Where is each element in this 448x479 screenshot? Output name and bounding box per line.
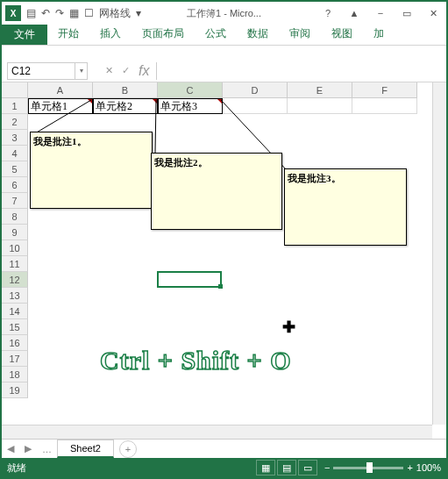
sheet-tab-active[interactable]: Sheet2 bbox=[57, 440, 114, 458]
close-button[interactable]: ✕ bbox=[420, 4, 446, 23]
chevron-down-icon[interactable]: ▾ bbox=[136, 7, 141, 19]
row-header[interactable]: 4 bbox=[2, 146, 28, 161]
row-header[interactable]: 9 bbox=[2, 225, 28, 240]
tab-addins[interactable]: 加 bbox=[363, 23, 395, 45]
formula-input[interactable] bbox=[156, 62, 446, 80]
page-layout-icon[interactable]: ▤ bbox=[277, 460, 296, 475]
new-sheet-button[interactable]: + bbox=[119, 440, 137, 458]
tab-home[interactable]: 开始 bbox=[47, 23, 89, 45]
zoom-out-button[interactable]: − bbox=[324, 462, 330, 473]
sheet-tab-bar: ◀ ▶ … Sheet2 + bbox=[2, 439, 446, 458]
column-headers: A B C D E F bbox=[28, 82, 432, 98]
row-header[interactable]: 15 bbox=[2, 319, 28, 335]
name-box-dropdown[interactable]: ▾ bbox=[75, 62, 88, 80]
row-header[interactable]: 6 bbox=[2, 177, 28, 193]
title-bar: X ▤ ↶ ↷ ▦ ☐ 网格线 ▾ 工作簿1 - Micro... ? ▲ − … bbox=[2, 2, 446, 25]
zoom-in-button[interactable]: + bbox=[407, 462, 412, 473]
tab-review[interactable]: 审阅 bbox=[279, 23, 321, 45]
shortcut-overlay: Ctrl + Shift + O bbox=[100, 346, 292, 375]
help-icon[interactable]: ? bbox=[315, 4, 341, 23]
window-title: 工作簿1 - Micro... bbox=[187, 7, 261, 20]
gridlines-label[interactable]: 网格线 bbox=[99, 6, 131, 21]
cell-a1[interactable]: 单元格1 bbox=[28, 98, 93, 114]
cell[interactable] bbox=[288, 98, 352, 114]
name-box[interactable] bbox=[7, 62, 75, 80]
comment-2[interactable]: 我是批注2。 bbox=[151, 153, 282, 230]
vertical-scrollbar[interactable] bbox=[432, 82, 446, 425]
minimize-button[interactable]: − bbox=[367, 4, 394, 23]
excel-icon: X bbox=[5, 5, 21, 21]
cursor-cross-icon: ✚ bbox=[282, 318, 295, 337]
col-header[interactable]: E bbox=[288, 82, 352, 98]
sheet-nav-next[interactable]: ▶ bbox=[19, 443, 37, 454]
cell[interactable] bbox=[352, 98, 417, 114]
formula-bar: ▾ ✕ ✓ fx bbox=[2, 60, 446, 82]
horizontal-scrollbar[interactable] bbox=[2, 425, 432, 439]
zoom-level[interactable]: 100% bbox=[416, 462, 441, 473]
row-header[interactable]: 7 bbox=[2, 193, 28, 209]
maximize-button[interactable]: ▭ bbox=[394, 4, 420, 23]
tab-view[interactable]: 视图 bbox=[321, 23, 363, 45]
tab-formulas[interactable]: 公式 bbox=[195, 23, 237, 45]
row-header[interactable]: 19 bbox=[2, 382, 28, 398]
row-header[interactable]: 2 bbox=[2, 114, 28, 130]
cell[interactable] bbox=[223, 98, 288, 114]
zoom-slider[interactable] bbox=[333, 467, 403, 469]
row-header[interactable]: 18 bbox=[2, 367, 28, 382]
col-header[interactable]: A bbox=[28, 82, 93, 98]
cells-area[interactable]: 单元格1 单元格2 单元格3 我是批注1。 我是批注2。 我是批注3。 ✚ Ct… bbox=[28, 98, 432, 425]
col-header[interactable]: D bbox=[223, 82, 288, 98]
fx-icon[interactable]: fx bbox=[139, 63, 149, 79]
row-header[interactable]: 5 bbox=[2, 161, 28, 177]
row-header[interactable]: 8 bbox=[2, 209, 28, 225]
active-cell-outline bbox=[157, 271, 222, 288]
row-header[interactable]: 1 bbox=[2, 98, 28, 114]
col-header[interactable]: B bbox=[93, 82, 158, 98]
row-header[interactable]: 14 bbox=[2, 304, 28, 319]
save-icon[interactable]: ▤ bbox=[26, 7, 36, 19]
page-break-icon[interactable]: ▭ bbox=[298, 460, 317, 475]
cancel-icon[interactable]: ✕ bbox=[105, 65, 113, 76]
file-tab[interactable]: 文件 bbox=[2, 24, 47, 45]
col-header[interactable]: F bbox=[352, 82, 417, 98]
cell-c1[interactable]: 单元格3 bbox=[158, 98, 223, 114]
row-header[interactable]: 12 bbox=[2, 272, 28, 288]
sheet-nav-prev[interactable]: ◀ bbox=[2, 443, 19, 454]
row-headers: 1 2 3 4 5 6 7 8 9 10 11 12 13 14 15 16 1… bbox=[2, 98, 28, 425]
row-header[interactable]: 10 bbox=[2, 240, 28, 256]
comment-3[interactable]: 我是批注3。 bbox=[284, 168, 407, 246]
ribbon-tabs: 文件 开始 插入 页面布局 公式 数据 审阅 视图 加 bbox=[2, 25, 446, 46]
status-bar: 就绪 ▦ ▤ ▭ − + 100% bbox=[2, 458, 446, 477]
redo-icon[interactable]: ↷ bbox=[55, 7, 64, 19]
status-ready: 就绪 bbox=[7, 461, 26, 475]
spreadsheet-grid: A B C D E F 1 2 3 4 5 6 7 8 9 10 11 12 1… bbox=[2, 82, 446, 439]
sheet-nav-more[interactable]: … bbox=[37, 444, 57, 454]
fill-handle[interactable] bbox=[218, 284, 223, 289]
row-header[interactable]: 17 bbox=[2, 351, 28, 367]
grid-icon[interactable]: ▦ bbox=[69, 7, 79, 19]
undo-icon[interactable]: ↶ bbox=[41, 7, 50, 19]
tab-data[interactable]: 数据 bbox=[237, 23, 279, 45]
cell-b1[interactable]: 单元格2 bbox=[93, 98, 158, 114]
row-header[interactable]: 11 bbox=[2, 256, 28, 272]
row-header[interactable]: 3 bbox=[2, 130, 28, 146]
ribbon-toggle-icon[interactable]: ▲ bbox=[341, 4, 367, 23]
col-header[interactable]: C bbox=[158, 82, 223, 98]
select-all-corner[interactable] bbox=[2, 82, 28, 98]
quick-access-toolbar: ▤ ↶ ↷ ▦ ☐ 网格线 ▾ bbox=[25, 6, 141, 21]
comment-1[interactable]: 我是批注1。 bbox=[30, 132, 153, 209]
row-header[interactable]: 13 bbox=[2, 288, 28, 304]
enter-icon[interactable]: ✓ bbox=[122, 65, 130, 76]
checkbox-icon[interactable]: ☐ bbox=[84, 7, 94, 19]
zoom-slider-thumb[interactable] bbox=[366, 462, 373, 473]
tab-insert[interactable]: 插入 bbox=[89, 23, 132, 45]
row-header[interactable]: 16 bbox=[2, 335, 28, 351]
tab-layout[interactable]: 页面布局 bbox=[132, 23, 195, 45]
normal-view-icon[interactable]: ▦ bbox=[256, 460, 275, 475]
